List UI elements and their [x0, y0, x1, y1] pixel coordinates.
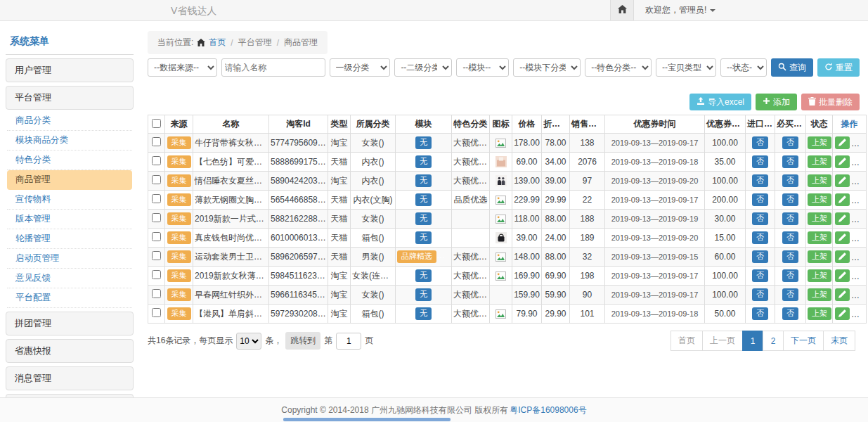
- jump-button[interactable]: 跳转到: [285, 332, 320, 350]
- per-page-select[interactable]: 10: [236, 333, 261, 350]
- search-button[interactable]: 查询: [771, 58, 813, 77]
- shop-type-cell: 淘宝: [328, 305, 351, 324]
- user-menu[interactable]: 欢迎您，管理员!: [634, 4, 715, 16]
- status-badge: 上架: [808, 250, 831, 262]
- sidebar-item-version-management[interactable]: 版本管理: [7, 210, 132, 229]
- must-buy-cell: 否: [775, 286, 806, 305]
- sidebar-item-splash-page-management[interactable]: 启动页管理: [7, 249, 132, 269]
- row-checkbox[interactable]: [152, 232, 161, 241]
- row-checkbox[interactable]: [152, 308, 161, 317]
- import-choice-badge: 否: [752, 231, 768, 243]
- page-button-上一页[interactable]: 上一页: [702, 331, 743, 351]
- must-buy-cell: 否: [775, 172, 806, 191]
- module-cell: 品牌精选爱上运动: [396, 248, 452, 267]
- sidebar-group-user-management[interactable]: 用户管理: [6, 58, 134, 82]
- horizontal-scrollbar-thumb[interactable]: [283, 418, 451, 421]
- edit-button[interactable]: [835, 250, 850, 263]
- table-row: 采集牛仔背带裤女秋装减龄...577479560965淘宝女装()无大额优惠券1…: [148, 134, 867, 153]
- sidebar-item-feature-category[interactable]: 特色分类: [7, 151, 132, 170]
- sidebar-group-group-buy-management[interactable]: 拼团管理: [6, 312, 134, 335]
- home-button[interactable]: [610, 0, 634, 20]
- must-buy-badge: 否: [782, 174, 798, 186]
- reset-button[interactable]: 重置: [817, 58, 860, 77]
- sidebar: 系统菜单 用户管理平台管理商品分类模块商品分类特色分类商品管理宣传物料版本管理轮…: [6, 31, 134, 397]
- sidebar-item-promo-materials[interactable]: 宣传物料: [7, 190, 132, 210]
- sidebar-item-product-management[interactable]: 商品管理: [7, 170, 132, 190]
- sidebar-item-product-category[interactable]: 商品分类: [7, 111, 132, 131]
- row-checkbox[interactable]: [152, 194, 161, 203]
- status-cell: 上架: [806, 267, 833, 286]
- status-select[interactable]: --状态--: [720, 58, 767, 77]
- edit-button[interactable]: [835, 307, 850, 320]
- edit-button[interactable]: [835, 136, 850, 149]
- column-header-4: 所属分类: [351, 115, 396, 134]
- select-all-checkbox[interactable]: [152, 119, 161, 128]
- shop-type-cell: 淘宝: [328, 286, 351, 305]
- sidebar-item-carousel-management[interactable]: 轮播管理: [7, 229, 132, 249]
- batch-delete-button[interactable]: 批量删除: [801, 94, 860, 110]
- level1-category-select[interactable]: 一级分类: [330, 58, 391, 77]
- row-checkbox[interactable]: [152, 175, 161, 184]
- row-checkbox[interactable]: [152, 251, 161, 260]
- product-icon-cell: [490, 286, 512, 305]
- edit-button[interactable]: [835, 193, 850, 206]
- status-badge: 上架: [808, 231, 831, 243]
- must-buy-cell: 否: [775, 134, 806, 153]
- row-checkbox[interactable]: [152, 270, 161, 279]
- icp-link[interactable]: 粤ICP备16098006号: [510, 404, 586, 416]
- add-button[interactable]: 添加: [756, 94, 797, 110]
- level2-category-select[interactable]: --二级分类--: [394, 58, 452, 77]
- feature-category-cell: 大额优惠券: [452, 248, 490, 267]
- import-excel-button[interactable]: 导入excel: [689, 94, 751, 110]
- coupon-time-cell: 2019-09-13—2019-09-18: [605, 305, 705, 324]
- module-badge: 品牌精选: [397, 250, 436, 262]
- edit-button[interactable]: [835, 231, 850, 244]
- row-checkbox[interactable]: [152, 137, 161, 146]
- row-checkbox[interactable]: [152, 289, 161, 298]
- data-source-select[interactable]: --数据来源--: [148, 58, 217, 77]
- item-type-select[interactable]: --宝贝类型--: [656, 58, 716, 77]
- module-select[interactable]: --模块--: [456, 58, 509, 77]
- edit-button[interactable]: [835, 288, 850, 301]
- must-buy-badge: 否: [782, 136, 798, 148]
- sidebar-group-saving-express[interactable]: 省惠快报: [6, 339, 134, 363]
- edit-button[interactable]: [835, 174, 850, 187]
- edit-icon: [838, 138, 846, 148]
- breadcrumb-home-link[interactable]: 首页: [209, 37, 226, 49]
- category-cell: 内衣(文胸): [351, 191, 396, 210]
- page-button-首页[interactable]: 首页: [671, 331, 703, 351]
- page-button-2[interactable]: 2: [763, 331, 784, 351]
- name-input[interactable]: [221, 58, 325, 77]
- table-row: 采集薄款无钢圈文胸聚拢性...565446685867天猫内衣(文胸)无品质优选…: [148, 191, 867, 210]
- page-button-下一页[interactable]: 下一页: [783, 331, 824, 351]
- sidebar-group-platform-management[interactable]: 平台管理: [6, 86, 134, 110]
- operations-cell: [833, 248, 867, 267]
- discount-price-cell: 39.00: [542, 172, 570, 191]
- jump-page-input[interactable]: [336, 333, 361, 350]
- page-button-末页[interactable]: 末页: [823, 331, 855, 351]
- coupon-amount-cell: 35.00: [705, 153, 746, 172]
- sidebar-group-message-management[interactable]: 消息管理: [6, 366, 134, 390]
- discount-price-cell: 29.99: [542, 191, 570, 210]
- status-badge: 上架: [808, 174, 831, 186]
- edit-icon: [838, 214, 846, 224]
- sales-count-cell: 198: [570, 267, 605, 286]
- discount-price-cell: 29.90: [542, 305, 570, 324]
- source-cell: 采集: [165, 153, 193, 172]
- feature-category-select[interactable]: --特色分类--: [585, 58, 652, 77]
- main-content: 当前位置: 首页 / 平台管理 / 商品管理 --数据来源--一级分类--二级分…: [148, 31, 860, 397]
- module-cell: 无: [396, 305, 452, 324]
- edit-button[interactable]: [835, 155, 850, 168]
- row-checkbox[interactable]: [152, 156, 161, 165]
- sidebar-item-feedback[interactable]: 意见反馈: [7, 269, 132, 288]
- sidebar-item-platform-config[interactable]: 平台配置: [7, 288, 132, 308]
- row-checkbox[interactable]: [152, 213, 161, 222]
- edit-button[interactable]: [835, 269, 850, 282]
- sidebar-item-module-product-category[interactable]: 模块商品分类: [7, 131, 132, 151]
- edit-button[interactable]: [835, 212, 850, 225]
- app-title: V省钱达人: [171, 5, 216, 18]
- edit-icon: [838, 233, 846, 243]
- page-button-1[interactable]: 1: [742, 331, 763, 351]
- module-subcategory-select[interactable]: --模块下分类--: [513, 58, 581, 77]
- column-header-0: 来源: [165, 115, 193, 134]
